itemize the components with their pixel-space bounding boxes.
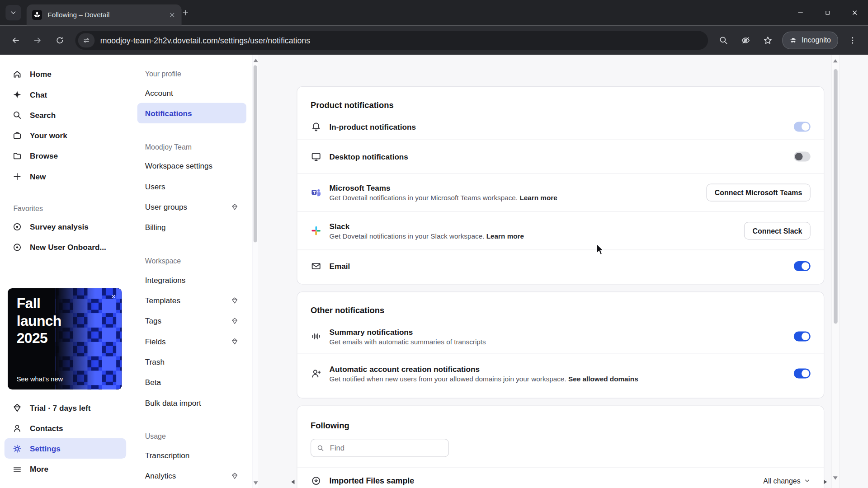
all-changes-dropdown[interactable]: All changes bbox=[763, 477, 810, 485]
scroll-down-arrow[interactable] bbox=[253, 480, 258, 485]
favorites-heading: Favorites bbox=[0, 200, 131, 216]
nav-item-label: Account bbox=[145, 88, 173, 97]
auto-account-creation-toggle[interactable] bbox=[794, 369, 811, 379]
connect-microsoft-teams-button[interactable]: Connect Microsoft Teams bbox=[707, 184, 811, 202]
sidebar-item-home[interactable]: Home bbox=[5, 64, 126, 84]
settings-nav-item-transcription[interactable]: Transcription bbox=[137, 445, 246, 465]
promo-title: Fall launch 2025 bbox=[17, 295, 74, 348]
eye-blocked-button[interactable] bbox=[736, 31, 755, 50]
setting-row-in-product: In-product notifications bbox=[297, 114, 824, 139]
sidebar-item-more[interactable]: More bbox=[5, 459, 126, 479]
scroll-left-arrow[interactable] bbox=[291, 480, 294, 484]
sidebar-item-label: Your work bbox=[30, 131, 67, 140]
settings-nav-item-notifications[interactable]: Notifications bbox=[137, 103, 246, 123]
settings-nav-item-user-groups[interactable]: User groups bbox=[137, 197, 246, 217]
favorite-item-survey-analysis[interactable]: Survey analysis bbox=[5, 216, 126, 237]
gem-icon bbox=[231, 203, 239, 211]
settings-nav-item-trash[interactable]: Trash bbox=[137, 352, 246, 372]
settings-nav-item-users[interactable]: Users bbox=[137, 176, 246, 196]
close-button[interactable] bbox=[841, 0, 868, 25]
sidebar-item-trial[interactable]: Trial · 7 days left bbox=[5, 397, 126, 418]
settings-section-heading: Workspace bbox=[131, 252, 252, 269]
settings-nav-item-bulk-data-import[interactable]: Bulk data import bbox=[137, 392, 246, 413]
sidebar-item-contacts[interactable]: Contacts bbox=[5, 418, 126, 438]
scrollbar-thumb[interactable] bbox=[254, 65, 257, 242]
setting-description: Get Dovetail notifications in your Micro… bbox=[330, 194, 699, 202]
settings-nav-item-tags[interactable]: Tags bbox=[137, 310, 246, 331]
settings-nav-item-analytics[interactable]: Analytics bbox=[137, 465, 246, 486]
tab-close-icon[interactable] bbox=[168, 11, 176, 19]
sidebar-item-new[interactable]: New bbox=[5, 166, 126, 186]
in-product-notifications-toggle[interactable] bbox=[794, 122, 811, 131]
setting-label: Summary notifications bbox=[330, 327, 786, 336]
gear-icon bbox=[12, 443, 22, 453]
learn-more-link[interactable]: Learn more bbox=[519, 194, 557, 202]
reload-button[interactable] bbox=[50, 31, 69, 50]
scroll-down-arrow[interactable] bbox=[833, 475, 838, 480]
sidebar-item-browse[interactable]: Browse bbox=[5, 145, 126, 166]
reload-icon bbox=[55, 35, 65, 45]
promo-card[interactable]: Fall launch 2025 See what's new bbox=[8, 288, 122, 389]
email-notifications-toggle[interactable] bbox=[794, 261, 811, 271]
sidebar-item-label: New bbox=[30, 172, 46, 181]
favorite-item-new-user-onboarding[interactable]: New User Onboard... bbox=[5, 237, 126, 257]
settings-nav-item-billing[interactable]: Billing bbox=[137, 217, 246, 237]
card-title: Other notifications bbox=[297, 292, 824, 315]
card-title: Following bbox=[297, 406, 824, 430]
bookmark-button[interactable] bbox=[759, 31, 778, 50]
favorite-item-label: New User Onboard... bbox=[30, 243, 106, 252]
setting-description: Get emails with automatic summaries of t… bbox=[330, 338, 786, 346]
see-allowed-domains-link[interactable]: See allowed domains bbox=[568, 375, 638, 383]
settings-section-heading: Moodjoy Team bbox=[131, 138, 252, 155]
sidebar-item-settings[interactable]: Settings bbox=[5, 438, 126, 459]
browser-menu-button[interactable] bbox=[843, 31, 862, 50]
minimize-button[interactable] bbox=[787, 0, 814, 25]
setting-label: Automatic account creation notifications bbox=[330, 364, 786, 373]
back-button[interactable] bbox=[6, 31, 25, 50]
settings-nav-item-beta[interactable]: Beta bbox=[137, 372, 246, 392]
settings-nav-item-fields[interactable]: Fields bbox=[137, 331, 246, 351]
zoom-button[interactable] bbox=[714, 31, 733, 50]
tab-search-button[interactable] bbox=[5, 5, 21, 20]
dovetail-favicon bbox=[32, 10, 42, 20]
settings-nav-item-workspace-settings[interactable]: Workspace settings bbox=[137, 155, 246, 176]
scroll-right-arrow[interactable] bbox=[824, 480, 827, 484]
scroll-up-arrow[interactable] bbox=[833, 58, 838, 63]
gem-icon bbox=[231, 472, 239, 479]
microsoft-teams-icon bbox=[311, 187, 321, 198]
site-info-button[interactable] bbox=[78, 33, 95, 47]
find-input[interactable] bbox=[329, 443, 443, 453]
sidebar-item-label: More bbox=[30, 465, 48, 474]
setting-label: Slack bbox=[330, 221, 736, 230]
mail-icon bbox=[311, 261, 321, 272]
promo-close-icon[interactable] bbox=[110, 293, 117, 300]
maximize-button[interactable] bbox=[814, 0, 841, 25]
following-list-item[interactable]: Imported Files sample All changes bbox=[297, 467, 824, 488]
settings-nav-item-integrations[interactable]: Integrations bbox=[137, 269, 246, 290]
scroll-up-arrow[interactable] bbox=[253, 57, 258, 62]
incognito-badge[interactable]: Incognito bbox=[782, 31, 838, 49]
forward-button[interactable] bbox=[28, 31, 47, 50]
connect-slack-button[interactable]: Connect Slack bbox=[744, 222, 810, 239]
address-bar[interactable]: moodjoy-team-2h2v.dovetail.com/settings/… bbox=[75, 31, 708, 50]
sidebar-item-your-work[interactable]: Your work bbox=[5, 125, 126, 145]
learn-more-link[interactable]: Learn more bbox=[486, 232, 524, 240]
browser-tab-strip: Following – Dovetail bbox=[0, 0, 868, 25]
sidebar-item-search[interactable]: Search bbox=[5, 104, 126, 125]
promo-cta-link[interactable]: See what's new bbox=[17, 375, 63, 383]
settings-section-heading: Your profile bbox=[131, 65, 252, 82]
person-icon bbox=[12, 423, 22, 433]
new-tab-button[interactable] bbox=[178, 5, 193, 20]
setting-row-slack: Slack Get Dovetail notifications in your… bbox=[297, 211, 824, 249]
incognito-icon bbox=[789, 36, 797, 44]
scrollbar-thumb[interactable] bbox=[834, 69, 838, 324]
summary-notifications-toggle[interactable] bbox=[794, 331, 811, 341]
settings-nav-item-templates[interactable]: Templates bbox=[137, 290, 246, 310]
sidebar-item-label: Home bbox=[30, 70, 52, 79]
page-scrollbar[interactable] bbox=[831, 55, 840, 488]
sidebar-item-chat[interactable]: Chat bbox=[5, 84, 126, 104]
find-search-box[interactable] bbox=[311, 439, 449, 457]
settings-nav-item-account[interactable]: Account bbox=[137, 82, 246, 103]
browser-tab[interactable]: Following – Dovetail bbox=[27, 5, 182, 26]
desktop-notifications-toggle[interactable] bbox=[794, 152, 811, 162]
